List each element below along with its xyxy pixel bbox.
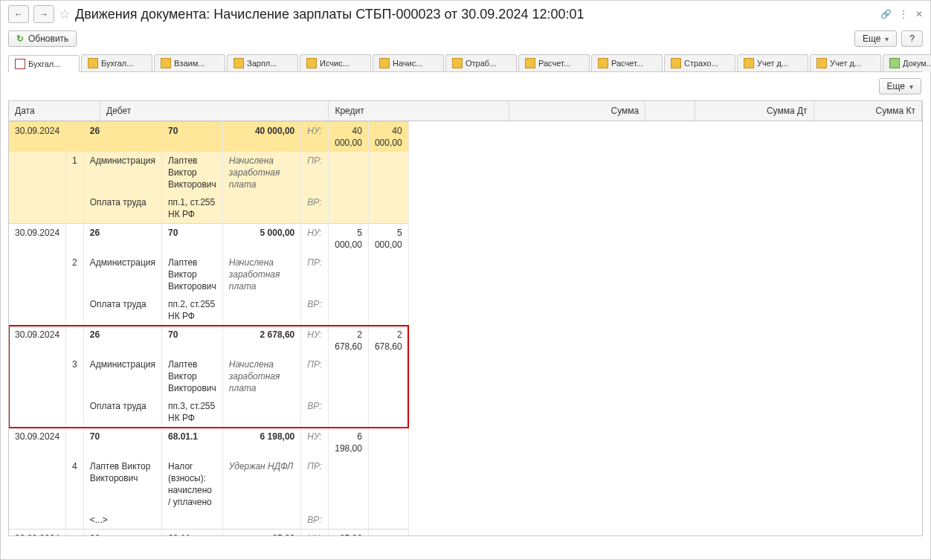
cell-sumdt: 40 000,00 bbox=[329, 122, 369, 152]
cell-debit-l3: <...> bbox=[83, 511, 161, 530]
tab-10[interactable]: Учет д... bbox=[737, 54, 808, 71]
cell-sum: 95,36 bbox=[222, 530, 301, 537]
cell-debit-acc: 26 bbox=[83, 530, 161, 537]
table-row[interactable]: 30.09.2024267040 000,00НУ:40 000,0040 00… bbox=[9, 122, 408, 152]
cell-sum: 6 198,00 bbox=[222, 428, 301, 458]
register-icon bbox=[161, 58, 171, 68]
cell-sumkt bbox=[368, 428, 408, 458]
register-icon bbox=[671, 58, 681, 68]
main-toolbar: ↻ Обновить Еще ? bbox=[8, 30, 923, 47]
tab-label: Зарпл... bbox=[247, 59, 277, 68]
cell-date: 30.09.2024 bbox=[9, 428, 66, 458]
tab-3[interactable]: Зарпл... bbox=[227, 54, 298, 71]
more-button[interactable]: Еще bbox=[854, 30, 897, 47]
window-header: ← → ☆ Движения документа: Начисление зар… bbox=[8, 5, 923, 26]
cell-debit-acc: 26 bbox=[83, 224, 161, 254]
col-date[interactable]: Дата bbox=[9, 101, 100, 121]
cell-tag-nu: НУ: bbox=[301, 428, 329, 458]
tab-9[interactable]: Страхо... bbox=[664, 54, 735, 71]
postings-table: Дата Дебет Кредит Сумма Сумма Дт Сумма К… bbox=[9, 101, 922, 536]
register-icon bbox=[88, 58, 98, 68]
tab-label: Учет д... bbox=[830, 59, 861, 68]
refresh-icon: ↻ bbox=[16, 33, 24, 44]
cell-tag-pr: ПР: bbox=[301, 355, 329, 397]
tab-5[interactable]: Начис... bbox=[373, 54, 444, 71]
close-icon[interactable]: ✕ bbox=[915, 9, 923, 19]
nav-forward-button[interactable]: → bbox=[33, 5, 54, 23]
help-button[interactable]: ? bbox=[901, 30, 923, 47]
col-sumkt[interactable]: Сумма Кт bbox=[814, 101, 921, 121]
tab-label: Взаим... bbox=[174, 59, 204, 68]
cell-tag-vr: ВР: bbox=[301, 511, 329, 530]
tab-12[interactable]: Докум... bbox=[883, 54, 931, 71]
register-icon bbox=[233, 58, 244, 68]
cell-debit-acc: 26 bbox=[83, 122, 161, 152]
tab-label: Исчис... bbox=[320, 59, 349, 68]
col-tag[interactable] bbox=[645, 101, 695, 121]
table-row[interactable]: 30.09.20242669.1195,36НУ:95,36 bbox=[9, 530, 408, 537]
tab-11[interactable]: Учет д... bbox=[810, 54, 881, 71]
register-icon bbox=[525, 58, 535, 68]
register-icon bbox=[744, 58, 754, 68]
register-icon bbox=[15, 59, 25, 69]
favorite-star-icon[interactable]: ☆ bbox=[59, 6, 71, 22]
table-row[interactable]: Оплата трудапп.3, ст.255 НК РФВР: bbox=[9, 397, 408, 428]
cell-credit-l2: Лаптев Виктор Викторович bbox=[161, 254, 222, 295]
tab-7[interactable]: Расчет... bbox=[518, 54, 590, 71]
col-sumdt[interactable]: Сумма Дт bbox=[695, 101, 814, 121]
table-row[interactable]: 4Лаптев Виктор ВикторовичНалог (взносы):… bbox=[9, 457, 408, 511]
table-row[interactable]: 1АдминистрацияЛаптев Виктор ВикторовичНа… bbox=[9, 152, 408, 193]
header-right-controls: 🔗 ⋮ ✕ bbox=[880, 9, 923, 19]
cell-debit-acc: 26 bbox=[83, 326, 161, 356]
cell-date: 30.09.2024 bbox=[9, 224, 66, 254]
cell-sumkt: 5 000,00 bbox=[368, 224, 408, 254]
tab-1[interactable]: Бухгал... bbox=[81, 54, 152, 71]
nav-back-button[interactable]: ← bbox=[8, 5, 29, 23]
cell-date: 30.09.2024 bbox=[9, 122, 66, 152]
col-debit[interactable]: Дебет bbox=[100, 101, 329, 121]
cell-sum: 2 678,60 bbox=[222, 326, 301, 356]
cell-desc: Удержан НДФЛ bbox=[222, 457, 301, 530]
cell-sumkt: 40 000,00 bbox=[368, 122, 408, 152]
cell-credit-l3 bbox=[161, 511, 222, 530]
tab-2[interactable]: Взаим... bbox=[154, 54, 225, 71]
table-row[interactable]: Оплата трудапп.2, ст.255 НК РФВР: bbox=[9, 295, 408, 326]
cell-sumkt: 2 678,60 bbox=[368, 326, 408, 356]
tab-4[interactable]: Исчис... bbox=[300, 54, 371, 71]
table-row[interactable]: 30.09.202426702 678,60НУ:2 678,602 678,6… bbox=[9, 326, 408, 356]
tab-0[interactable]: Бухгал... bbox=[8, 55, 80, 72]
tab-label: Страхо... bbox=[684, 59, 718, 68]
cell-debit-l2: Администрация bbox=[83, 152, 161, 193]
kebab-menu-icon[interactable]: ⋮ bbox=[899, 9, 908, 19]
cell-idx bbox=[66, 326, 84, 356]
cell-credit-acc: 70 bbox=[161, 122, 222, 152]
cell-debit-l3: Оплата труда bbox=[83, 397, 161, 428]
cell-idx: 4 bbox=[66, 457, 84, 511]
table-row[interactable]: <...>ВР: bbox=[9, 511, 408, 530]
cell-idx bbox=[66, 122, 84, 152]
cell-idx: 3 bbox=[66, 355, 84, 397]
col-sum[interactable]: Сумма bbox=[509, 101, 645, 121]
grid-toolbar: Еще bbox=[8, 72, 923, 100]
table-row[interactable]: 30.09.202426705 000,00НУ:5 000,005 000,0… bbox=[9, 224, 408, 254]
grid-more-button[interactable]: Еще bbox=[879, 78, 921, 94]
cell-sumdt: 2 678,60 bbox=[329, 326, 369, 356]
cell-debit-l2: Администрация bbox=[83, 254, 161, 295]
register-icon bbox=[379, 58, 390, 68]
cell-sumdt: 5 000,00 bbox=[329, 224, 369, 254]
more-label: Еще bbox=[863, 33, 880, 44]
table-row[interactable]: Оплата трудапп.1, ст.255 НК РФВР: bbox=[9, 193, 408, 224]
col-credit[interactable]: Кредит bbox=[329, 101, 509, 121]
cell-desc: Начислена заработная плата bbox=[222, 254, 301, 326]
table-row[interactable]: 3АдминистрацияЛаптев Виктор ВикторовичНа… bbox=[9, 355, 408, 397]
cell-tag-nu: НУ: bbox=[301, 530, 329, 537]
table-row[interactable]: 30.09.20247068.01.16 198,00НУ:6 198,00 bbox=[9, 428, 408, 458]
table-row[interactable]: 2АдминистрацияЛаптев Виктор ВикторовичНа… bbox=[9, 254, 408, 295]
register-icon bbox=[452, 58, 463, 68]
cell-tag-vr: ВР: bbox=[301, 295, 329, 326]
refresh-button[interactable]: ↻ Обновить bbox=[8, 30, 77, 47]
tab-8[interactable]: Расчет... bbox=[591, 54, 663, 71]
tab-6[interactable]: Отраб... bbox=[445, 54, 517, 71]
link-icon[interactable]: 🔗 bbox=[880, 9, 892, 19]
tab-label: Расчет... bbox=[611, 59, 643, 68]
